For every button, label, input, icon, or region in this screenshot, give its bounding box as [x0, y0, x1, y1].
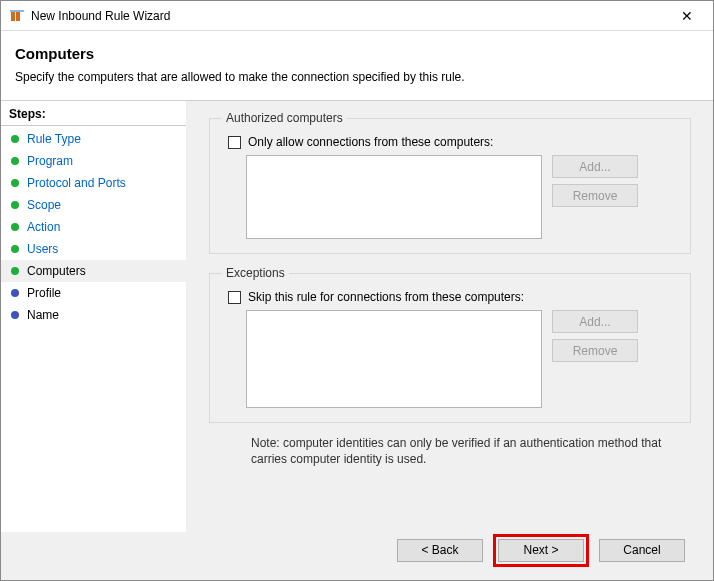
exceptions-checkbox-label: Skip this rule for connections from thes… [248, 290, 524, 304]
step-label: Rule Type [27, 132, 81, 146]
step-label: Action [27, 220, 60, 234]
step-label: Name [27, 308, 59, 322]
page-subtitle: Specify the computers that are allowed t… [15, 70, 699, 84]
exceptions-button-column: Add... Remove [552, 310, 638, 362]
next-button-highlight: Next > [493, 534, 589, 567]
authorized-legend: Authorized computers [222, 111, 347, 125]
exceptions-checkbox-row[interactable]: Skip this rule for connections from thes… [228, 290, 678, 304]
step-action[interactable]: Action [1, 216, 186, 238]
bullet-icon [11, 311, 19, 319]
svg-rect-1 [16, 11, 20, 21]
exceptions-remove-button: Remove [552, 339, 638, 362]
step-name: Name [1, 304, 186, 326]
step-protocol-and-ports[interactable]: Protocol and Ports [1, 172, 186, 194]
app-icon [9, 8, 25, 24]
authorized-add-button: Add... [552, 155, 638, 178]
step-label: Computers [27, 264, 86, 278]
bullet-icon [11, 267, 19, 275]
bullet-icon [11, 201, 19, 209]
svg-rect-2 [10, 10, 24, 12]
close-icon: ✕ [681, 8, 693, 24]
steps-title: Steps: [1, 101, 186, 126]
authorized-checkbox-row[interactable]: Only allow connections from these comput… [228, 135, 678, 149]
exceptions-group: Exceptions Skip this rule for connection… [209, 266, 691, 423]
bullet-icon [11, 135, 19, 143]
cancel-button[interactable]: Cancel [599, 539, 685, 562]
step-label: Profile [27, 286, 61, 300]
authorized-listbox[interactable] [246, 155, 542, 239]
step-label: Scope [27, 198, 61, 212]
close-button[interactable]: ✕ [667, 2, 707, 30]
authorized-checkbox-label: Only allow connections from these comput… [248, 135, 493, 149]
wizard-footer: < Back Next > Cancel [1, 532, 713, 580]
checkbox-icon[interactable] [228, 291, 241, 304]
step-profile: Profile [1, 282, 186, 304]
body: Steps: Rule Type Program Protocol and Po… [1, 100, 713, 532]
window-title: New Inbound Rule Wizard [31, 9, 667, 23]
exceptions-add-button: Add... [552, 310, 638, 333]
next-button[interactable]: Next > [498, 539, 584, 562]
bullet-icon [11, 245, 19, 253]
step-label: Users [27, 242, 58, 256]
step-rule-type[interactable]: Rule Type [1, 128, 186, 150]
step-computers[interactable]: Computers [1, 260, 186, 282]
step-users[interactable]: Users [1, 238, 186, 260]
step-label: Program [27, 154, 73, 168]
authorized-remove-button: Remove [552, 184, 638, 207]
back-button[interactable]: < Back [397, 539, 483, 562]
identity-note: Note: computer identities can only be ve… [251, 435, 681, 467]
steps-sidebar: Steps: Rule Type Program Protocol and Po… [1, 101, 187, 532]
authorized-button-column: Add... Remove [552, 155, 638, 207]
header: Computers Specify the computers that are… [1, 31, 713, 100]
bullet-icon [11, 179, 19, 187]
svg-rect-0 [11, 11, 15, 21]
exceptions-listbox[interactable] [246, 310, 542, 408]
step-label: Protocol and Ports [27, 176, 126, 190]
checkbox-icon[interactable] [228, 136, 241, 149]
bullet-icon [11, 289, 19, 297]
exceptions-legend: Exceptions [222, 266, 289, 280]
bullet-icon [11, 223, 19, 231]
content-panel: Authorized computers Only allow connecti… [187, 101, 713, 532]
page-title: Computers [15, 45, 699, 62]
step-scope[interactable]: Scope [1, 194, 186, 216]
authorized-computers-group: Authorized computers Only allow connecti… [209, 111, 691, 254]
titlebar: New Inbound Rule Wizard ✕ [1, 1, 713, 31]
step-program[interactable]: Program [1, 150, 186, 172]
bullet-icon [11, 157, 19, 165]
